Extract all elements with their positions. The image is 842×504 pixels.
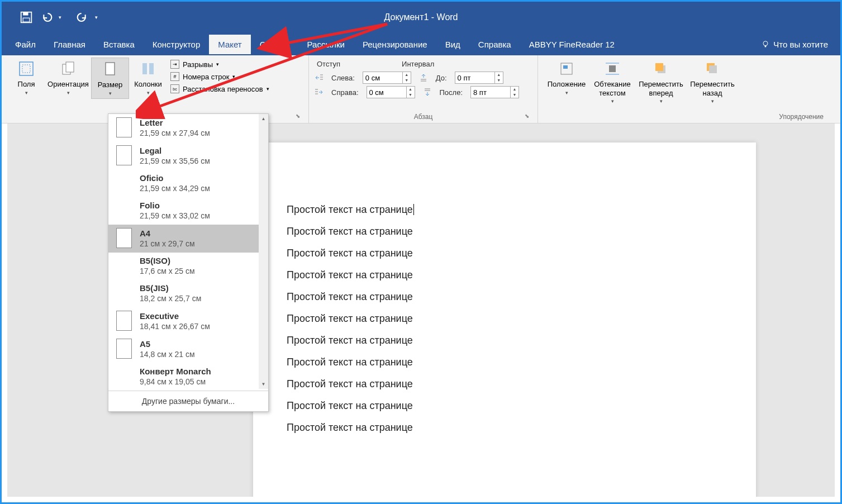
size-name: A4 (140, 229, 195, 238)
size-button[interactable]: Размер ▾ (91, 58, 129, 99)
svg-rect-11 (149, 63, 154, 74)
more-paper-sizes[interactable]: Другие размеры бумаги... (108, 391, 268, 411)
page-setup-launcher[interactable]: ⬊ (294, 113, 302, 121)
size-option[interactable]: Legal21,59 см x 35,56 см (108, 142, 268, 170)
paragraph-launcher[interactable]: ⬊ (523, 113, 531, 121)
group-paragraph: Отступ Интервал Слева: ▲▼ До: ▲▼ Справа:… (309, 55, 538, 123)
quick-access-toolbar: ▾ ▾ (7, 9, 98, 25)
hyphenation-button[interactable]: bcРасстановка переносов ▾ (170, 84, 269, 93)
bring-forward-button[interactable]: Переместить вперед▾ (635, 58, 687, 107)
size-dims: 18,2 см x 25,7 см (140, 294, 201, 303)
qat-customize-icon[interactable]: ▾ (95, 15, 98, 20)
document-line[interactable]: Простой текст на странице (287, 356, 722, 368)
size-dims: 18,41 см x 26,67 см (140, 322, 210, 331)
document-line[interactable]: Простой текст на странице (287, 400, 722, 412)
tab-review[interactable]: Рецензирование (354, 35, 436, 54)
send-backward-button[interactable]: Переместить назад▾ (687, 58, 738, 107)
size-name: A5 (140, 339, 195, 349)
undo-button[interactable] (39, 9, 54, 25)
tab-help[interactable]: Справка (469, 35, 520, 54)
indent-left-input[interactable]: ▲▼ (363, 72, 411, 84)
size-dropdown-menu: Letter21,59 см x 27,94 смLegal21,59 см x… (108, 113, 269, 412)
group-page-setup: Поля ▾ Ориентация ▾ Размер ▾ Колонки ▾ (2, 55, 309, 123)
dropdown-icon: ▾ (147, 90, 150, 96)
size-name: Letter (140, 118, 210, 127)
size-dims: 21,59 см x 35,56 см (140, 156, 210, 165)
columns-button[interactable]: Колонки ▾ (129, 58, 167, 98)
undo-dropdown-icon[interactable]: ▾ (59, 15, 61, 20)
spin-down[interactable]: ▼ (511, 92, 518, 98)
document-line[interactable]: Простой текст на странице (287, 335, 722, 346)
document-line[interactable]: Простой текст на странице (287, 313, 722, 325)
margins-button[interactable]: Поля ▾ (7, 58, 45, 98)
size-option[interactable]: A514,8 см x 21 см (108, 335, 268, 363)
svg-rect-23 (563, 65, 568, 69)
tell-me-search[interactable]: Что вы хотите (753, 40, 836, 49)
spin-down[interactable]: ▼ (403, 78, 411, 83)
page-icon (116, 339, 132, 359)
line-numbers-button[interactable]: #Номера строк ▾ (170, 72, 269, 81)
size-option[interactable]: A421 см x 29,7 см (108, 225, 268, 253)
size-name: Executive (140, 311, 210, 321)
indent-left-label: Слева: (331, 74, 355, 82)
spin-up[interactable]: ▲ (407, 87, 415, 92)
breaks-button[interactable]: ⇥Разрывы ▾ (170, 60, 269, 69)
spin-down[interactable]: ▼ (407, 92, 415, 98)
size-option[interactable]: Letter21,59 см x 27,94 см (108, 114, 268, 142)
svg-rect-9 (106, 63, 115, 75)
tab-references[interactable]: Ссылки (251, 35, 298, 54)
document-line[interactable]: Простой текст на странице (287, 378, 722, 390)
bring-forward-icon (652, 60, 670, 78)
svg-rect-1 (23, 12, 28, 16)
dropdown-scrollbar[interactable]: ▲ ▼ (259, 114, 268, 389)
size-name: Конверт Monarch (140, 367, 211, 376)
document-line[interactable]: Простой текст на странице (287, 291, 722, 303)
position-button[interactable]: Положение▾ (544, 58, 589, 98)
spacing-after-input[interactable]: ▲▼ (470, 86, 519, 98)
document-line[interactable]: Простой текст на странице (287, 226, 722, 237)
size-option[interactable]: Oficio21,59 см x 34,29 см (108, 170, 268, 197)
document-line[interactable]: Простой текст на странице (287, 204, 722, 216)
size-option[interactable]: Конверт Monarch9,84 см x 19,05 см (108, 363, 268, 391)
size-option[interactable]: Executive18,41 см x 26,67 см (108, 307, 268, 335)
svg-rect-4 (765, 46, 767, 47)
tab-addin[interactable]: ABBYY FineReader 12 (520, 35, 624, 54)
save-button[interactable] (18, 9, 34, 25)
spacing-before-input[interactable]: ▲▼ (455, 72, 503, 84)
margins-icon (17, 60, 35, 78)
svg-rect-28 (655, 63, 663, 71)
spin-up[interactable]: ▲ (403, 72, 411, 78)
document-line[interactable]: Простой текст на странице (287, 248, 722, 259)
spin-down[interactable]: ▼ (495, 78, 503, 83)
redo-icon (75, 9, 91, 25)
size-dims: 21,59 см x 33,02 см (140, 211, 210, 220)
indent-right-input[interactable]: ▲▼ (367, 86, 415, 98)
size-dims: 21 см x 29,7 см (140, 239, 195, 248)
size-option[interactable]: B5(ISO)17,6 см x 25 см (108, 253, 268, 280)
spin-up[interactable]: ▲ (511, 87, 518, 92)
redo-button[interactable] (75, 9, 91, 25)
lightbulb-icon (761, 40, 770, 49)
document-line[interactable]: Простой текст на странице (287, 422, 722, 434)
svg-point-3 (763, 41, 768, 46)
tab-mailings[interactable]: Рассылки (298, 35, 354, 54)
line-numbers-icon: # (170, 72, 179, 81)
tab-view[interactable]: Вид (436, 35, 469, 54)
wrap-text-button[interactable]: Обтекание текстом▾ (589, 58, 635, 107)
size-option[interactable]: Folio21,59 см x 33,02 см (108, 197, 268, 225)
tab-layout[interactable]: Макет (209, 35, 250, 54)
indent-right-icon (315, 88, 324, 97)
tab-design[interactable]: Конструктор (144, 35, 210, 54)
orientation-button[interactable]: Ориентация ▾ (45, 58, 91, 98)
svg-rect-8 (66, 62, 74, 72)
spin-up[interactable]: ▲ (495, 72, 503, 78)
tab-home[interactable]: Главная (45, 35, 94, 54)
dropdown-icon: ▾ (109, 91, 112, 97)
window-title: Документ1 - Word (384, 12, 458, 22)
size-option[interactable]: B5(JIS)18,2 см x 25,7 см (108, 280, 268, 307)
tab-file[interactable]: Файл (6, 35, 45, 54)
save-icon (18, 9, 34, 25)
tab-insert[interactable]: Вставка (94, 35, 144, 54)
document-line[interactable]: Простой текст на странице (287, 269, 722, 281)
page[interactable]: Простой текст на странице Простой текст … (253, 142, 756, 497)
